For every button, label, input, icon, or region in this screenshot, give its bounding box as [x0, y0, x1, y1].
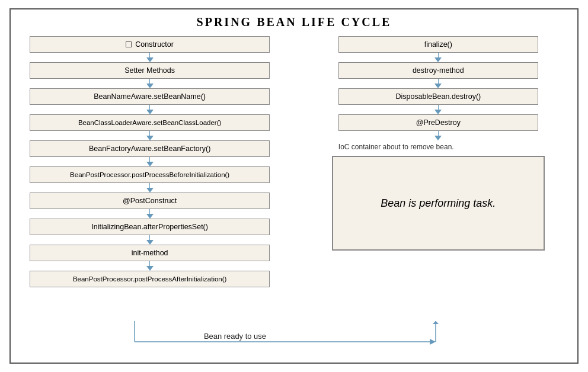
- arrow-r2: [338, 79, 538, 88]
- step-finalize: finalize(): [338, 36, 538, 53]
- step-pre-destroy: @PreDestroy: [338, 114, 538, 131]
- arrow-r3: [338, 105, 538, 114]
- arrow-1: [17, 53, 283, 62]
- arrow-8: [17, 235, 283, 245]
- right-inner: finalize() destroy-method DisposableBean…: [305, 36, 571, 251]
- arrow-7: [17, 209, 283, 219]
- step-bean-name-aware: BeanNameAware.setBeanName(): [30, 88, 269, 105]
- constructor-icon: [126, 41, 132, 47]
- bean-task-box: Bean is performing task.: [332, 156, 545, 251]
- arrow-4: [17, 131, 283, 140]
- arrow-9: [17, 261, 283, 271]
- step-init-method: init-method: [30, 245, 269, 261]
- step-setter-methods: Setter Methods: [30, 62, 269, 79]
- diagram-title: SPRING BEAN LIFE CYCLE: [17, 15, 571, 29]
- step-bean-factory-aware: BeanFactoryAware.setBeanFactory(): [30, 140, 269, 157]
- step-post-construct: @PostConstruct: [30, 193, 269, 209]
- arrow-5: [17, 157, 283, 166]
- step-initializing-bean: InitializingBean.afterPropertiesSet(): [30, 219, 269, 235]
- arrow-3: [17, 105, 283, 114]
- arrow-2: [17, 79, 283, 88]
- diagram-container: SPRING BEAN LIFE CYCLE Constructor Sette…: [9, 8, 579, 364]
- step-destroy-method: destroy-method: [338, 62, 538, 79]
- step-bean-post-after: BeanPostProcessor.postProcessAfterInitia…: [30, 271, 269, 287]
- step-disposable-bean: DisposableBean.destroy(): [338, 88, 538, 105]
- arrow-r4: [338, 131, 538, 140]
- step-constructor: Constructor: [30, 36, 269, 53]
- step-bean-post-before: BeanPostProcessor.postProcessBeforeIniti…: [30, 166, 269, 183]
- step-bean-classloader-aware: BeanClassLoaderAware.setBeanClassLoader(…: [30, 114, 269, 131]
- arrow-r1: [338, 53, 538, 62]
- arrow-6: [17, 183, 283, 193]
- ioc-text: IoC container about to remove bean.: [338, 143, 538, 151]
- diagram-body: Constructor Setter Methods BeanNameAware…: [17, 36, 571, 351]
- right-column: finalize() destroy-method DisposableBean…: [305, 36, 571, 351]
- left-column: Constructor Setter Methods BeanNameAware…: [17, 36, 283, 351]
